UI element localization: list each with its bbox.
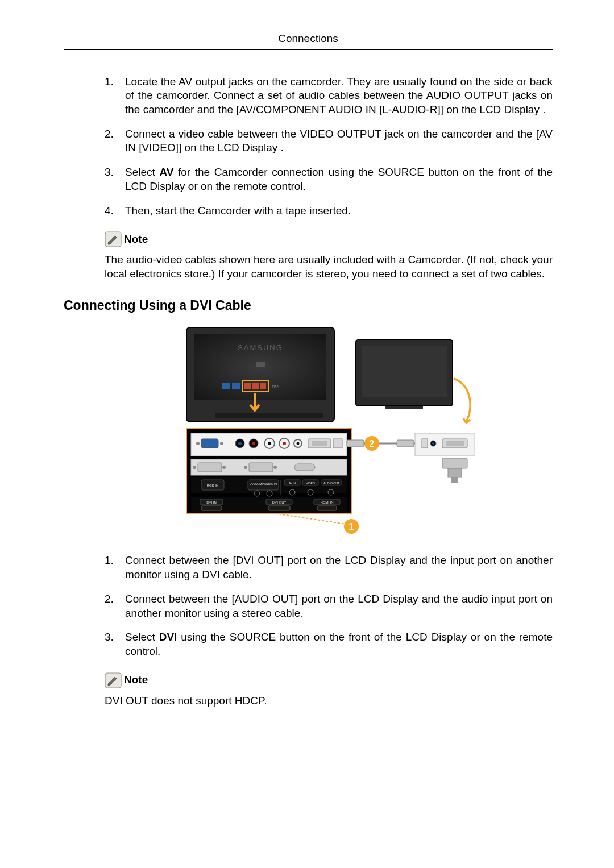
list-item: 4. Then, start the Camcorder with a tape… (105, 204, 553, 218)
step-number: 2. (105, 592, 125, 620)
svg-point-19 (220, 442, 223, 445)
step-number: 3. (105, 630, 125, 658)
svg-rect-32 (333, 439, 342, 448)
svg-rect-78 (451, 477, 458, 483)
svg-rect-5 (232, 383, 240, 389)
svg-text:DVI/COMP AUDIO IN: DVI/COMP AUDIO IN (250, 482, 277, 485)
svg-rect-17 (201, 439, 218, 448)
svg-rect-13 (362, 346, 447, 397)
svg-rect-14 (385, 406, 423, 409)
svg-point-18 (196, 442, 200, 445)
svg-point-73 (432, 442, 434, 445)
list-item: 2. Connect a video cable between the VID… (105, 127, 553, 155)
svg-point-36 (222, 466, 226, 469)
list-item: 3. Select AV for the Camcorder connectio… (105, 165, 553, 193)
svg-line-69 (279, 514, 346, 524)
step-text: Connect between the [AUDIO OUT] port on … (125, 592, 553, 620)
svg-rect-4 (222, 383, 230, 389)
svg-point-21 (238, 442, 242, 445)
svg-rect-76 (442, 458, 467, 468)
page-header-title: Connections (64, 32, 553, 46)
step-text-bold: DVI (159, 631, 177, 643)
header-divider (64, 49, 553, 50)
step-number: 1. (105, 554, 125, 582)
svg-rect-67 (317, 506, 337, 510)
svg-point-29 (297, 442, 300, 445)
note-text: The audio-video cables shown here are us… (105, 253, 553, 281)
svg-text:DVI IN: DVI IN (206, 501, 217, 504)
step-text-after: for the Camcorder connection using the S… (125, 166, 553, 192)
svg-rect-7 (244, 383, 251, 389)
svg-point-25 (268, 442, 271, 445)
svg-rect-40 (294, 464, 315, 471)
svg-text:RGB IN: RGB IN (207, 484, 219, 487)
step-text: Then, start the Camcorder with a tape in… (125, 204, 553, 218)
svg-text:HDMI IN: HDMI IN (321, 501, 334, 504)
svg-rect-31 (312, 441, 327, 446)
svg-rect-80 (347, 440, 364, 447)
svg-text:AV IN: AV IN (289, 481, 296, 485)
svg-text:AUDIO OUT: AUDIO OUT (323, 481, 339, 485)
svg-point-35 (193, 466, 196, 469)
svg-text:DVI OUT: DVI OUT (272, 501, 287, 504)
svg-rect-77 (448, 468, 462, 477)
step-text: Select DVI using the SOURCE button on th… (125, 630, 553, 658)
svg-rect-71 (422, 439, 428, 448)
svg-rect-83 (397, 440, 414, 447)
svg-text:DVI: DVI (272, 384, 279, 389)
list-item: 1. Locate the AV output jacks on the cam… (105, 75, 553, 117)
list-item: 3. Select DVI using the SOURCE button on… (105, 630, 553, 658)
pencil-note-icon (105, 672, 122, 688)
list-item: 2. Connect between the [AUDIO OUT] port … (105, 592, 553, 620)
step-text-before: Select (125, 631, 159, 643)
note-label: Note (124, 232, 148, 247)
list-item: 1. Connect between the [DVI OUT] port on… (105, 554, 553, 582)
callout-2: 2 (370, 439, 375, 448)
svg-rect-8 (252, 383, 259, 389)
step-text: Locate the AV output jacks on the camcor… (125, 75, 553, 117)
svg-rect-9 (260, 383, 266, 389)
svg-text:VIDEO: VIDEO (306, 481, 315, 485)
svg-point-38 (244, 466, 247, 469)
svg-rect-75 (446, 441, 464, 446)
svg-rect-61 (201, 506, 222, 510)
svg-point-23 (252, 442, 255, 445)
step-number: 3. (105, 165, 125, 193)
svg-rect-37 (249, 463, 273, 472)
dvi-steps-list: 1. Connect between the [DVI OUT] port on… (105, 554, 553, 658)
content-area: 1. Locate the AV output jacks on the cam… (64, 75, 553, 708)
step-text-after: using the SOURCE button on the front of … (125, 631, 553, 657)
svg-rect-11 (215, 413, 323, 418)
step-text-bold: AV (159, 166, 173, 178)
step-text-before: Select (125, 166, 159, 178)
step-number: 2. (105, 127, 125, 155)
step-text: Select AV for the Camcorder connection u… (125, 165, 553, 193)
document-page: Connections 1. Locate the AV output jack… (0, 0, 614, 868)
note-text: DVI OUT does not support HDCP. (105, 694, 553, 708)
svg-rect-34 (198, 463, 222, 472)
svg-rect-3 (256, 362, 265, 367)
step-number: 4. (105, 204, 125, 218)
svg-point-27 (283, 442, 286, 445)
section-heading-dvi: Connecting Using a DVI Cable (64, 297, 553, 314)
step-text: Connect a video cable between the VIDEO … (125, 127, 553, 155)
svg-point-39 (273, 466, 277, 469)
dvi-connection-diagram: SAMSUNG DVI (105, 322, 553, 538)
bottom-whitespace (64, 721, 553, 868)
brand-text: SAMSUNG (238, 343, 283, 352)
pencil-note-icon (105, 231, 122, 247)
note-heading-row: Note (105, 231, 553, 247)
camcorder-steps-list: 1. Locate the AV output jacks on the cam… (105, 75, 553, 218)
step-text: Connect between the [DVI OUT] port on th… (125, 554, 553, 582)
note-heading-row: Note (105, 672, 553, 688)
note-label: Note (124, 673, 148, 687)
svg-rect-64 (268, 506, 290, 510)
callout-1: 1 (349, 522, 354, 531)
step-number: 1. (105, 75, 125, 117)
